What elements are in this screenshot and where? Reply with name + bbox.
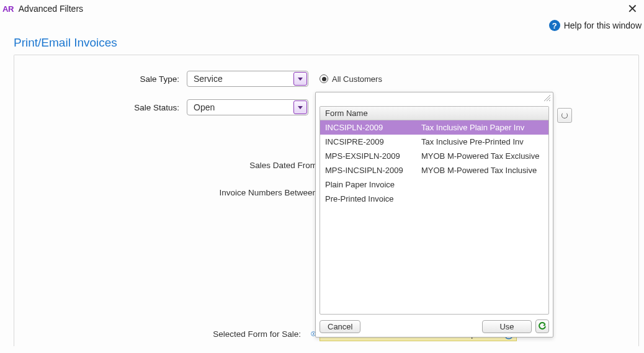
sale-status-value: Open [194, 102, 215, 112]
form-code: INCSIPRE-2009 [325, 137, 421, 146]
sale-type-combo[interactable]: Service [187, 71, 308, 87]
help-link[interactable]: Help for this window [564, 20, 642, 30]
form-row[interactable]: MPS-INCSIPLN-2009 MYOB M-Powered Tax Inc… [320, 163, 548, 177]
use-button[interactable]: Use [482, 320, 532, 333]
form-picker-list[interactable]: INCSIPLN-2009 Tax Inclusive Plain Paper … [320, 120, 548, 314]
sales-dated-label: Sales Dated From [25, 161, 323, 170]
chevron-down-icon[interactable] [293, 101, 307, 114]
form-code: Plain Paper Invoice [325, 180, 421, 189]
sale-type-value: Service [194, 74, 223, 84]
form-picker-header: Form Name [320, 107, 548, 120]
refresh-button[interactable] [557, 108, 572, 123]
form-desc: Tax Inclusive Plain Paper Inv [421, 123, 543, 132]
form-row[interactable]: MPS-EXSIPLN-2009 MYOB M-Powered Tax Excl… [320, 149, 548, 163]
invoice-numbers-label: Invoice Numbers Between [25, 188, 323, 197]
svg-line-4 [549, 100, 550, 101]
all-customers-radio[interactable] [320, 74, 328, 83]
form-desc: MYOB M-Powered Tax Exclusive [421, 151, 543, 161]
form-code: MPS-INCSIPLN-2009 [325, 166, 421, 175]
titlebar: AR Advanced Filters ✕ [0, 0, 644, 17]
form-row[interactable]: INCSIPRE-2009 Tax Inclusive Pre-Printed … [320, 135, 548, 149]
form-row[interactable]: Pre-Printed Invoice [320, 192, 548, 206]
form-picker-buttons: Cancel Use [316, 317, 553, 337]
form-code: Pre-Printed Invoice [325, 194, 421, 203]
help-bar: ? Help for this window [0, 17, 644, 36]
all-customers-radio-group: All Customers [320, 74, 382, 84]
resize-grip-icon[interactable] [543, 94, 552, 102]
sale-status-combo[interactable]: Open [187, 99, 308, 115]
selected-form-label: Selected Form for Sale: [25, 329, 307, 339]
form-desc [421, 194, 543, 203]
page-heading: Print/Email Invoices [0, 36, 644, 55]
form-picker-popup: Form Name INCSIPLN-2009 Tax Inclusive Pl… [315, 92, 553, 337]
window-title: Advanced Filters [19, 4, 624, 14]
help-icon[interactable]: ? [549, 20, 560, 31]
form-row[interactable]: INCSIPLN-2009 Tax Inclusive Plain Paper … [320, 120, 548, 135]
all-customers-label: All Customers [332, 74, 382, 84]
form-desc: MYOB M-Powered Tax Inclusive [421, 166, 543, 175]
list-refresh-button[interactable] [535, 319, 549, 333]
sale-status-label: Sale Status: [25, 103, 187, 112]
form-row[interactable]: Plain Paper Invoice [320, 177, 548, 192]
app-logo: AR [2, 4, 14, 14]
close-button[interactable]: ✕ [624, 1, 642, 16]
chevron-down-icon[interactable] [293, 72, 307, 86]
form-desc [421, 180, 543, 189]
form-code: INCSIPLN-2009 [325, 123, 421, 132]
form-picker-body: Form Name INCSIPLN-2009 Tax Inclusive Pl… [320, 106, 549, 315]
sale-type-label: Sale Type: [25, 74, 187, 84]
form-desc: Tax Inclusive Pre-Printed Inv [421, 137, 543, 146]
form-code: MPS-EXSIPLN-2009 [325, 151, 421, 161]
refresh-icon [538, 322, 547, 331]
cancel-button[interactable]: Cancel [320, 320, 360, 333]
sale-type-row: Sale Type: Service All Customers [25, 70, 627, 87]
